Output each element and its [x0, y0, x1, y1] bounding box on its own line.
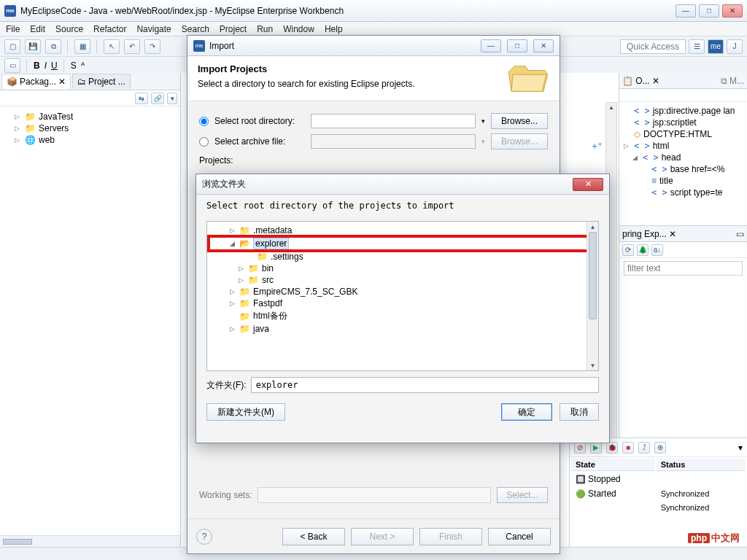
menu-run[interactable]: Run — [257, 24, 273, 34]
folder-settings[interactable]: 📁.settings — [209, 251, 597, 262]
col-status: Status — [657, 459, 746, 471]
save-button[interactable]: 💾 — [25, 39, 41, 54]
underline-icon[interactable]: U — [51, 61, 58, 71]
outline-menu-icon[interactable]: ⧉ M... — [721, 76, 744, 86]
menu-source[interactable]: Source — [55, 24, 83, 34]
app-icon: me — [4, 5, 16, 17]
menu-help[interactable]: Help — [325, 24, 343, 34]
italic-icon[interactable]: I — [44, 61, 47, 71]
server-row[interactable]: 🟢 StartedSynchronized — [571, 487, 746, 500]
tab-package-explorer[interactable]: 📦 Packag... ✕ — [1, 74, 71, 89]
working-sets-combo[interactable] — [258, 487, 491, 503]
spring-min-icon[interactable]: ▭ — [736, 229, 744, 239]
publish-icon[interactable]: ⤴ — [638, 442, 650, 454]
spring-sort-icon[interactable]: a↓ — [651, 244, 663, 256]
folder-explorer[interactable]: ◢📂explorer — [209, 236, 597, 251]
spring-tree-icon[interactable]: 🌲 — [637, 244, 649, 256]
ok-button[interactable]: 确定 — [501, 403, 552, 421]
folder-metadata[interactable]: ▷📁.metadata — [209, 225, 597, 236]
help-button[interactable]: ? — [196, 529, 212, 545]
import-close-button[interactable]: ✕ — [533, 39, 554, 52]
terminate-icon[interactable]: ■ — [622, 442, 634, 454]
cursor-button[interactable]: ↖ — [104, 39, 120, 54]
new-button[interactable]: ▢ — [4, 39, 20, 54]
menu-refactor[interactable]: Refactor — [93, 24, 126, 34]
menu-project[interactable]: Project — [220, 24, 247, 34]
tree-item-web[interactable]: ▷🌐web — [4, 134, 176, 146]
working-sets-select-button[interactable]: Select... — [497, 487, 548, 503]
outline-row[interactable]: < >base href=<% — [624, 163, 743, 175]
left-sidebar: 📦 Packag... ✕ 🗂 Project ... ⇆ 🔗 ▾ ▷📁Java… — [0, 73, 181, 547]
menu-edit[interactable]: Edit — [30, 24, 45, 34]
radio-archive[interactable] — [199, 137, 209, 147]
collapse-all-icon[interactable]: ⇆ — [135, 93, 148, 104]
browse-close-button[interactable]: ✕ — [573, 178, 603, 191]
outline-row[interactable]: < >jsp:directive.page lan — [624, 105, 743, 117]
import-subheader: Select a directory to search for existin… — [198, 79, 549, 89]
menu-search[interactable]: Search — [182, 24, 209, 34]
folder-java[interactable]: ▷📁java — [209, 323, 597, 335]
import-header: Import Projects — [198, 63, 549, 74]
folder-empirecms[interactable]: ▷📁EmpireCMS_7.5_SC_GBK — [209, 286, 597, 298]
server-row[interactable]: 🔲 Stopped — [571, 472, 746, 486]
link-editor-icon[interactable]: 🔗 — [151, 93, 164, 104]
servers-menu-icon[interactable]: ▾ — [738, 443, 743, 453]
tree-item-servers[interactable]: ▷📁Servers — [4, 122, 176, 134]
outline-row[interactable]: ◇DOCTYPE:HTML — [624, 128, 743, 140]
editor-fragment: +" — [592, 141, 603, 152]
spring-filter-icon[interactable]: ⟳ — [622, 244, 634, 256]
browse-path-input[interactable] — [251, 377, 599, 393]
outline-row[interactable]: ▷< >html — [624, 140, 743, 152]
server-row[interactable]: Synchronized — [571, 502, 746, 513]
folder-htmlbackup[interactable]: 📁html备份 — [209, 309, 597, 323]
cancel-button[interactable]: Cancel — [488, 528, 551, 545]
tab-project-explorer[interactable]: 🗂 Project ... — [72, 74, 131, 89]
menu-navigate[interactable]: Navigate — [136, 24, 171, 34]
browse-title: 浏览文件夹 — [202, 178, 246, 190]
folder-fastpdf[interactable]: ▷📁Fastpdf — [209, 298, 597, 309]
browse-root-button[interactable]: Browse... — [491, 113, 548, 129]
tree-item-javatest[interactable]: ▷📁JavaTest — [4, 111, 176, 122]
outline-row[interactable]: < >jsp:scriptlet — [624, 117, 743, 128]
view-menu-icon[interactable]: ▾ — [167, 93, 177, 104]
minimize-button[interactable]: — — [676, 4, 696, 18]
toggle-button[interactable]: ▦ — [74, 39, 90, 54]
perspective-switch-icon[interactable]: ☰ — [689, 39, 705, 54]
new-folder-button[interactable]: 新建文件夹(M) — [206, 403, 285, 421]
me-perspective-icon[interactable]: me — [708, 39, 724, 54]
root-dir-input[interactable] — [311, 114, 476, 128]
outline-row[interactable]: ◢< >head — [624, 152, 743, 163]
label-archive: Select archive file: — [214, 136, 305, 147]
quick-access[interactable]: Quick Access — [620, 39, 686, 54]
spring-explorer-tab[interactable]: pring Exp... ✕ — [622, 229, 676, 239]
add-server-icon[interactable]: ⊕ — [654, 442, 666, 454]
menu-file[interactable]: File — [6, 24, 20, 34]
folder-src[interactable]: ▷📁src — [209, 274, 597, 286]
bold-icon[interactable]: B — [34, 61, 40, 71]
maximize-button[interactable]: □ — [699, 4, 719, 18]
spring-filter-input[interactable] — [624, 261, 743, 276]
undo-button[interactable]: ↶ — [124, 39, 140, 54]
small-icon[interactable]: S — [71, 61, 77, 71]
folder-bin[interactable]: ▷📁bin — [209, 262, 597, 274]
browse-scrollbar[interactable]: ▲▼ — [587, 222, 598, 370]
menu-window[interactable]: Window — [283, 24, 314, 34]
tiny-icon[interactable]: ᴬ — [81, 61, 85, 71]
save-all-button[interactable]: ⧉ — [45, 39, 61, 54]
design-button[interactable]: ▭ — [4, 58, 20, 73]
h-scrollbar[interactable] — [3, 539, 32, 545]
outline-tab[interactable]: 📋 O... ✕ — [622, 76, 659, 86]
label-root-dir: Select root directory: — [214, 116, 305, 126]
redo-button[interactable]: ↷ — [144, 39, 160, 54]
browse-instruction: Select root directory of the projects to… — [196, 195, 609, 217]
java-perspective-icon[interactable]: J — [727, 39, 743, 54]
outline-row[interactable]: ≡title — [624, 175, 743, 187]
close-button[interactable]: ✕ — [722, 4, 743, 18]
next-button: Next > — [351, 528, 414, 545]
import-min-button[interactable]: — — [481, 39, 501, 52]
back-button[interactable]: < Back — [282, 528, 345, 545]
import-max-button[interactable]: □ — [507, 39, 527, 52]
outline-row[interactable]: < >script type=te — [624, 187, 743, 198]
browse-cancel-button[interactable]: 取消 — [560, 403, 599, 421]
radio-root-dir[interactable] — [199, 117, 209, 126]
